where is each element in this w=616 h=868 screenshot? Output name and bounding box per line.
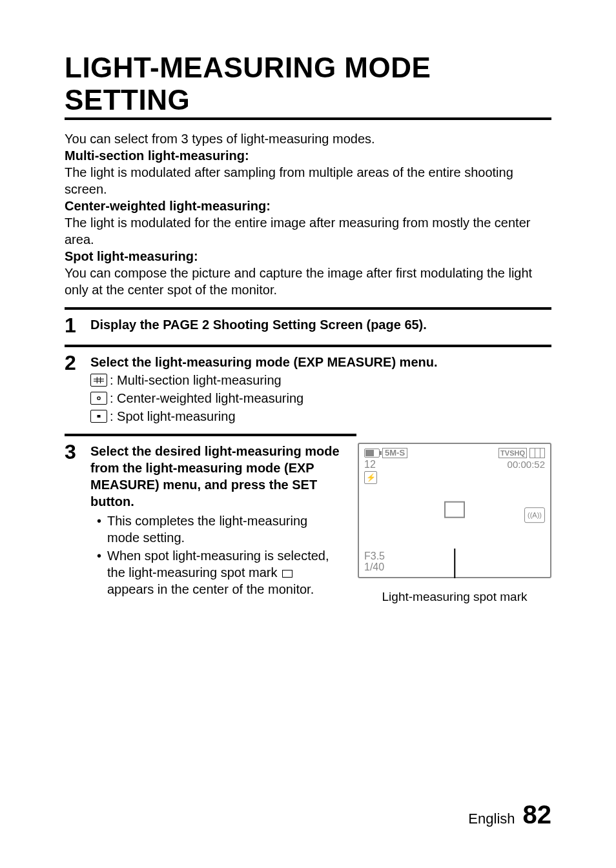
mode2-body: The light is modulated for the entire im… (65, 216, 530, 247)
step-2-opt-a: : Multi-section light-measuring (110, 372, 282, 389)
step-3-number: 3 (65, 439, 90, 604)
step-3-bullet-2b: appears in the center of the monitor. (107, 582, 314, 596)
step-3-title: Select the desired light-measuring mode … (90, 444, 340, 509)
step-3-bullet-2a: When spot light-measuring is selected, t… (107, 549, 329, 580)
step-1-title: Display the PAGE 2 Shooting Setting Scre… (90, 318, 427, 332)
svg-point-5 (98, 397, 100, 399)
center-weighted-icon (90, 392, 107, 405)
footer-language: English (468, 811, 515, 827)
flash-icon: ⚡ (364, 471, 377, 484)
shutter-value: 1/40 (364, 561, 385, 573)
multi-section-icon (90, 374, 107, 387)
step-2-number: 2 (65, 350, 90, 425)
step-1-number: 1 (65, 312, 90, 336)
step-2-options: : Multi-section light-measuring : Center… (90, 372, 551, 425)
step-2-opt-b: : Center-weighted light-measuring (110, 390, 303, 407)
svg-rect-0 (94, 377, 104, 383)
shots-remaining: 12 (364, 459, 407, 470)
mode1-body: The light is modulated after sampling fr… (65, 165, 513, 196)
step-3-bullet-2: When spot light-measuring is selected, t… (97, 547, 342, 598)
svg-rect-6 (98, 415, 101, 418)
footer-page-number: 82 (523, 800, 552, 829)
step-3-rule (65, 434, 356, 436)
page-title: LIGHT-MEASURING MODE SETTING (65, 52, 551, 120)
page-footer: English 82 (468, 800, 551, 829)
step-1: 1 Display the PAGE 2 Shooting Setting Sc… (65, 307, 551, 336)
step-2-opt-c: : Spot light-measuring (110, 408, 236, 425)
spot-icon (90, 410, 107, 423)
intro-block: You can select from 3 types of light-mea… (65, 130, 551, 298)
lcd-caption: Light-measuring spot mark (358, 590, 551, 604)
mode1-heading: Multi-section light-measuring: (65, 148, 249, 163)
step-2-title: Select the light-measuring mode (EXP MEA… (90, 355, 438, 369)
step-3-bullet-1: This completes the light-measuring mode … (97, 512, 342, 546)
lcd-illustration: 5M-S 12 ⚡ TVSHQ 00:00:52 ((A)) F3.5 1/4 (358, 443, 551, 604)
record-time: 00:00:52 (498, 459, 545, 470)
video-quality-badge: TVSHQ (498, 448, 527, 458)
step-3: 3 Select the desired light-measuring mod… (65, 439, 342, 604)
stabilizer-icon: ((A)) (524, 507, 545, 523)
intro-lead: You can select from 3 types of light-mea… (65, 132, 375, 146)
step-2: 2 Select the light-measuring mode (EXP M… (65, 345, 551, 425)
callout-pointer (454, 549, 455, 578)
mode3-heading: Spot light-measuring: (65, 249, 198, 263)
mode2-heading: Center-weighted light-measuring: (65, 199, 271, 213)
spot-mark-inline-icon (282, 570, 293, 578)
spot-mark-box (444, 501, 465, 518)
grid-icon (529, 448, 545, 458)
mode3-body: You can compose the picture and capture … (65, 266, 532, 297)
resolution-badge: 5M-S (382, 448, 407, 458)
aperture-value: F3.5 (364, 550, 385, 562)
battery-icon (364, 449, 380, 458)
